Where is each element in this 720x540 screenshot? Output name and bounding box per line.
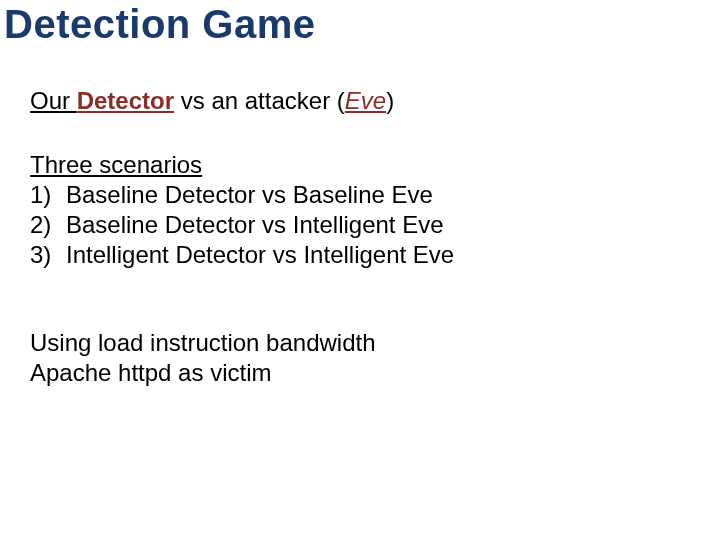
eve-word: Eve [345, 87, 386, 114]
intro-middle: vs an attacker ( [174, 87, 345, 114]
scenarios-heading: Three scenarios [30, 150, 690, 180]
list-item: 3) Intelligent Detector vs Intelligent E… [30, 240, 690, 270]
closing-line-2: Apache httpd as victim [30, 358, 690, 388]
closing-block: Using load instruction bandwidth Apache … [30, 328, 690, 388]
item-text: Intelligent Detector vs Intelligent Eve [66, 240, 454, 270]
item-number: 2) [30, 210, 66, 240]
list-item: 2) Baseline Detector vs Intelligent Eve [30, 210, 690, 240]
scenario-list: 1) Baseline Detector vs Baseline Eve 2) … [30, 180, 690, 270]
slide-body: Our Detector vs an attacker (Eve) Three … [30, 86, 690, 388]
detector-word: Detector [77, 87, 174, 114]
slide-title: Detection Game [4, 2, 316, 47]
intro-line: Our Detector vs an attacker (Eve) [30, 86, 690, 116]
intro-prefix: Our [30, 87, 77, 114]
item-number: 3) [30, 240, 66, 270]
intro-suffix: ) [386, 87, 394, 114]
item-number: 1) [30, 180, 66, 210]
closing-line-1: Using load instruction bandwidth [30, 328, 690, 358]
list-item: 1) Baseline Detector vs Baseline Eve [30, 180, 690, 210]
item-text: Baseline Detector vs Intelligent Eve [66, 210, 444, 240]
item-text: Baseline Detector vs Baseline Eve [66, 180, 433, 210]
slide: Detection Game Our Detector vs an attack… [0, 0, 720, 540]
